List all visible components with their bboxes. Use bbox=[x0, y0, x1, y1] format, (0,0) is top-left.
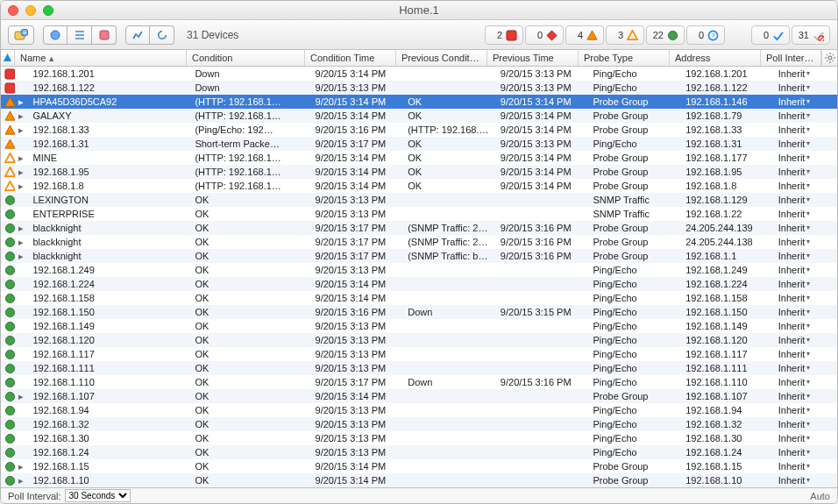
table-row[interactable]: 192.168.1.110OK9/20/15 3:17 PMDown9/20/1… bbox=[1, 375, 837, 389]
status-alarm[interactable]: 4 bbox=[565, 25, 604, 45]
cell-poll-interval[interactable]: Inherit ▾ bbox=[773, 179, 837, 193]
header-condition-time[interactable]: Condition Time bbox=[305, 50, 396, 66]
expand-toggle[interactable]: ▸ bbox=[15, 151, 27, 165]
cell-poll-interval[interactable]: Inherit ▾ bbox=[773, 67, 837, 81]
header-gear-button[interactable] bbox=[821, 50, 837, 66]
cell-poll-interval[interactable]: Inherit ▾ bbox=[773, 193, 837, 207]
table-row[interactable]: 192.168.1.150OK9/20/15 3:16 PMDown9/20/1… bbox=[1, 305, 837, 319]
table-row[interactable]: ▸blackknightOK9/20/15 3:17 PM(SNMP Traff… bbox=[1, 249, 837, 263]
cell-poll-interval[interactable]: Inherit ▾ bbox=[773, 291, 837, 305]
header-probe-type[interactable]: Probe Type bbox=[579, 50, 670, 66]
poll-interval-select[interactable]: 30 Seconds bbox=[65, 489, 131, 502]
expand-toggle[interactable]: ▸ bbox=[15, 109, 27, 123]
status-down[interactable]: 2 bbox=[485, 25, 523, 45]
header-previous-time[interactable]: Previous Time bbox=[487, 50, 579, 66]
cell-poll-interval[interactable]: Inherit ▾ bbox=[773, 151, 837, 165]
expand-toggle[interactable]: ▸ bbox=[15, 459, 27, 473]
expand-toggle[interactable]: ▸ bbox=[15, 473, 27, 487]
table-row[interactable]: ▸192.168.1.95(HTTP: 192.168.1…9/20/15 3:… bbox=[1, 165, 837, 179]
cell-poll-interval[interactable]: Inherit ▾ bbox=[773, 207, 837, 221]
table-row[interactable]: 192.168.1.149OK9/20/15 3:13 PMPing/Echo1… bbox=[1, 319, 837, 333]
table-row[interactable]: 192.168.1.249OK9/20/15 3:13 PMPing/Echo1… bbox=[1, 263, 837, 277]
table-row[interactable]: ▸GALAXY(HTTP: 192.168.1…9/20/15 3:14 PMO… bbox=[1, 109, 837, 123]
cell-poll-interval[interactable]: Inherit ▾ bbox=[773, 403, 837, 417]
expand-toggle[interactable]: ▸ bbox=[15, 235, 27, 249]
view-list-button[interactable] bbox=[67, 25, 92, 45]
add-device-button[interactable]: + bbox=[8, 25, 34, 45]
cell-poll-interval[interactable]: Inherit ▾ bbox=[773, 431, 837, 445]
cell-poll-interval[interactable]: Inherit ▾ bbox=[773, 319, 837, 333]
table-row[interactable]: 192.168.1.158OK9/20/15 3:14 PMPing/Echo1… bbox=[1, 291, 837, 305]
status-warning[interactable]: 3 bbox=[606, 25, 644, 45]
zoom-window-button[interactable] bbox=[43, 5, 53, 16]
table-row[interactable]: ▸MINE(HTTP: 192.168.1…9/20/15 3:14 PMOK9… bbox=[1, 151, 837, 165]
minimize-window-button[interactable] bbox=[25, 5, 36, 16]
status-ok[interactable]: 22 bbox=[646, 25, 685, 45]
table-row[interactable]: ▸HPA45D36D5CA92(HTTP: 192.168.1…9/20/15 … bbox=[1, 95, 837, 109]
cell-poll-interval[interactable]: Inherit ▾ bbox=[773, 235, 837, 249]
cell-poll-interval[interactable]: Inherit ▾ bbox=[773, 81, 837, 95]
table-row[interactable]: 192.168.1.120OK9/20/15 3:13 PMPing/Echo1… bbox=[1, 333, 837, 347]
chart-button[interactable] bbox=[125, 25, 150, 45]
cell-poll-interval[interactable]: Inherit ▾ bbox=[773, 445, 837, 459]
header-poll-interval[interactable]: Poll Interval bbox=[761, 50, 821, 66]
header-previous-condition[interactable]: Previous Conditi… bbox=[396, 50, 487, 66]
cell-poll-interval[interactable]: Inherit ▾ bbox=[773, 95, 837, 109]
expand-toggle[interactable]: ▸ bbox=[15, 249, 27, 263]
view-network-button[interactable] bbox=[92, 25, 117, 45]
cell-poll-interval[interactable]: Inherit ▾ bbox=[773, 123, 837, 137]
close-window-button[interactable] bbox=[8, 5, 18, 16]
cell-poll-interval[interactable]: Inherit ▾ bbox=[773, 473, 837, 487]
cell-poll-interval[interactable]: Inherit ▾ bbox=[773, 109, 837, 123]
status-unacked[interactable]: 31 bbox=[792, 25, 830, 45]
expand-toggle[interactable]: ▸ bbox=[15, 179, 27, 193]
table-row[interactable]: ▸blackknightOK9/20/15 3:17 PM(SNMP Traff… bbox=[1, 235, 837, 249]
table-row[interactable]: LEXINGTONOK9/20/15 3:13 PMSNMP Traffic19… bbox=[1, 193, 837, 207]
cell-poll-interval[interactable]: Inherit ▾ bbox=[773, 249, 837, 263]
table-row[interactable]: 192.168.1.224OK9/20/15 3:14 PMPing/Echo1… bbox=[1, 277, 837, 291]
cell-poll-interval[interactable]: Inherit ▾ bbox=[773, 221, 837, 235]
refresh-button[interactable] bbox=[150, 25, 174, 45]
cell-poll-interval[interactable]: Inherit ▾ bbox=[773, 165, 837, 179]
table-row[interactable]: 192.168.1.24OK9/20/15 3:13 PMPing/Echo19… bbox=[1, 445, 837, 459]
table-row[interactable]: 192.168.1.94OK9/20/15 3:13 PMPing/Echo19… bbox=[1, 403, 837, 417]
table-row[interactable]: ▸blackknightOK9/20/15 3:17 PM(SNMP Traff… bbox=[1, 221, 837, 235]
table-row[interactable]: 192.168.1.201Down9/20/15 3:14 PM9/20/15 … bbox=[1, 67, 837, 81]
cell-poll-interval[interactable]: Inherit ▾ bbox=[773, 417, 837, 431]
cell-poll-interval[interactable]: Inherit ▾ bbox=[773, 277, 837, 291]
table-scroll-area[interactable]: 192.168.1.201Down9/20/15 3:14 PM9/20/15 … bbox=[1, 67, 837, 487]
table-row[interactable]: ▸192.168.1.107OK9/20/15 3:14 PMProbe Gro… bbox=[1, 389, 837, 403]
status-unknown[interactable]: 0? bbox=[686, 25, 725, 45]
cell-poll-interval[interactable]: Inherit ▾ bbox=[773, 361, 837, 375]
header-status-icon[interactable] bbox=[1, 50, 15, 66]
header-name[interactable]: Name▲ bbox=[15, 50, 187, 66]
header-address[interactable]: Address bbox=[670, 50, 761, 66]
table-row[interactable]: ▸192.168.1.8(HTTP: 192.168.1…9/20/15 3:1… bbox=[1, 179, 837, 193]
expand-toggle[interactable]: ▸ bbox=[15, 221, 27, 235]
table-row[interactable]: 192.168.1.111OK9/20/15 3:13 PMPing/Echo1… bbox=[1, 361, 837, 375]
cell-poll-interval[interactable]: Inherit ▾ bbox=[773, 347, 837, 361]
table-row[interactable]: 192.168.1.30OK9/20/15 3:13 PMPing/Echo19… bbox=[1, 431, 837, 445]
cell-poll-interval[interactable]: Inherit ▾ bbox=[773, 389, 837, 403]
table-row[interactable]: 192.168.1.31Short-term Packe…9/20/15 3:1… bbox=[1, 137, 837, 151]
expand-toggle[interactable]: ▸ bbox=[15, 95, 27, 109]
expand-toggle[interactable]: ▸ bbox=[15, 389, 27, 403]
table-row[interactable]: 192.168.1.32OK9/20/15 3:13 PMPing/Echo19… bbox=[1, 417, 837, 431]
expand-toggle[interactable]: ▸ bbox=[15, 123, 27, 137]
cell-poll-interval[interactable]: Inherit ▾ bbox=[773, 137, 837, 151]
view-map-button[interactable] bbox=[43, 25, 67, 45]
status-acked[interactable]: 0 bbox=[751, 25, 790, 45]
header-condition[interactable]: Condition bbox=[187, 50, 305, 66]
expand-toggle[interactable]: ▸ bbox=[15, 165, 27, 179]
table-row[interactable]: ▸192.168.1.33(Ping/Echo: 192…9/20/15 3:1… bbox=[1, 123, 837, 137]
cell-poll-interval[interactable]: Inherit ▾ bbox=[773, 263, 837, 277]
cell-poll-interval[interactable]: Inherit ▾ bbox=[773, 459, 837, 473]
table-row[interactable]: ▸192.168.1.10OK9/20/15 3:14 PMProbe Grou… bbox=[1, 473, 837, 487]
table-row[interactable]: 192.168.1.122Down9/20/15 3:13 PM9/20/15 … bbox=[1, 81, 837, 95]
status-critical[interactable]: 0 bbox=[525, 25, 564, 45]
cell-poll-interval[interactable]: Inherit ▾ bbox=[773, 305, 837, 319]
table-row[interactable]: 192.168.1.117OK9/20/15 3:13 PMPing/Echo1… bbox=[1, 347, 837, 361]
cell-poll-interval[interactable]: Inherit ▾ bbox=[773, 375, 837, 389]
cell-poll-interval[interactable]: Inherit ▾ bbox=[773, 333, 837, 347]
table-row[interactable]: ENTERPRISEOK9/20/15 3:13 PMSNMP Traffic1… bbox=[1, 207, 837, 221]
